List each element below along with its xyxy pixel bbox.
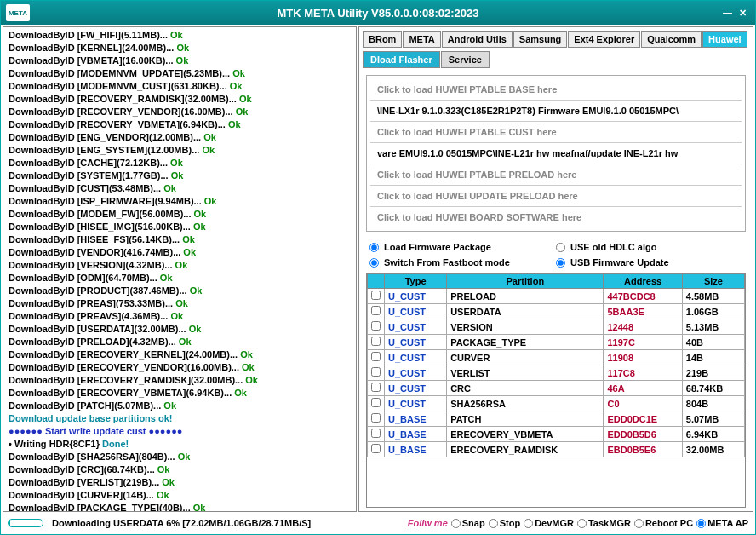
follow-me-link[interactable]: Follw me (408, 518, 448, 528)
row-checkbox[interactable] (371, 398, 381, 407)
log-line: DownloadByID [CUST](53.48MB)... Ok (9, 182, 351, 195)
cell-partition: VERSION (447, 319, 604, 335)
cell-type: U_CUST (385, 319, 447, 335)
table-row[interactable]: U_CUSTVERLIST117C8219B (368, 365, 745, 381)
radio-load-fw[interactable]: Load Firmware Package (369, 242, 556, 252)
log-line: DownloadByID [PRELOAD](4.32MB)... Ok (9, 336, 351, 348)
load-row[interactable]: \INE-LX1r 9.1.0.323(C185E2R1P2T8) Firmwa… (370, 100, 742, 121)
row-checkbox[interactable] (371, 383, 381, 392)
load-row[interactable]: Click to load HUWEI PTABLE PRELOAD here (370, 164, 742, 185)
close-icon[interactable]: ✕ (739, 8, 747, 19)
table-row[interactable]: U_CUSTPACKAGE_TYPE1197C40B (368, 335, 745, 350)
footer-radio-reboot-pc[interactable]: Reboot PC (634, 518, 693, 528)
log-line: DownloadByID [ERECOVERY_VBMETA](6.94KB).… (9, 387, 351, 400)
cell-address: 5BAA3E (604, 304, 682, 319)
cell-address: EDD0DC1E (604, 411, 682, 427)
load-row[interactable]: Click to load HUWEI BOARD SOFTWARE here (370, 206, 742, 227)
footer-radio-devmgr[interactable]: DevMGR (524, 518, 574, 528)
log-panel[interactable]: DownloadByID [FW_HIFI](5.11MB)... OkDown… (3, 26, 357, 512)
radio-usb-fw[interactable]: USB Firmware Update (556, 257, 742, 268)
load-row[interactable]: Click to load HUWEI PTABLE CUST here (370, 121, 742, 142)
tab-ext4-explorer[interactable]: Ext4 Explorer (568, 31, 640, 48)
row-checkbox[interactable] (371, 429, 381, 438)
minimize-icon[interactable]: — (723, 8, 732, 19)
radio-use-hdlc[interactable]: USE old HDLC algo (556, 242, 742, 252)
row-checkbox[interactable] (371, 352, 381, 361)
table-row[interactable]: U_CUSTVERSION124485.13MB (368, 319, 745, 335)
subtab-dload-flasher[interactable]: Dload Flasher (363, 51, 440, 68)
row-checkbox[interactable] (371, 321, 381, 331)
table-row[interactable]: U_BASEERECOVERY_VBMETAEDD0B5D66.94KB (368, 427, 745, 442)
load-row[interactable]: Click to load HUWEI UPDATE PRELOAD here (370, 185, 742, 206)
row-checkbox[interactable] (371, 444, 381, 453)
log-line: DownloadByID [VERLIST](219B)... Ok (9, 476, 351, 489)
footer-radio-stop[interactable]: Stop (489, 518, 520, 528)
tab-huawei[interactable]: Huawei (702, 31, 747, 48)
cell-size: 5.07MB (682, 411, 744, 427)
log-line: ●●●●●● Start write update cust ●●●●●● (9, 425, 351, 438)
tab-qualcomm[interactable]: Qualcomm (641, 31, 702, 48)
tab-samsung[interactable]: Samsung (513, 31, 568, 48)
tab-meta[interactable]: META (403, 31, 440, 48)
partition-table-wrap[interactable]: TypePartitionAddressSize U_CUSTPRELOAD44… (366, 273, 746, 508)
cell-type: U_CUST (385, 289, 447, 304)
radio-switch-fb[interactable]: Switch From Fastboot mode (369, 257, 556, 268)
cell-address: 46A (604, 381, 682, 396)
row-checkbox[interactable] (371, 413, 381, 423)
log-line: DownloadByID [MODEM_FW](56.00MB)... Ok (9, 208, 351, 221)
log-line: DownloadByID [PACKAGE_TYPE](40B)... Ok (9, 502, 351, 512)
app-logo-icon: META (6, 4, 30, 21)
tab-android-utils[interactable]: Android Utils (442, 31, 513, 48)
cell-size: 14B (682, 350, 744, 365)
table-row[interactable]: U_CUSTCURVER1190814B (368, 350, 745, 365)
footer-radio-meta-ap[interactable]: META AP (696, 518, 748, 528)
log-line: DownloadByID [ERECOVERY_VENDOR](16.00MB)… (9, 361, 351, 374)
tab-brom[interactable]: BRom (363, 31, 402, 48)
log-line: DownloadByID [SYSTEM](1.77GB)... Ok (9, 170, 351, 182)
table-row[interactable]: U_CUSTSHA256RSAC0804B (368, 396, 745, 411)
log-line: DownloadByID [PREAVS](4.36MB)... Ok (9, 310, 351, 323)
table-row[interactable]: U_BASEERECOVERY_RAMDISKEBD0B5E632.00MB (368, 442, 745, 457)
footer-radio-snap[interactable]: Snap (451, 518, 485, 528)
cell-size: 219B (682, 365, 744, 381)
col-Partition[interactable]: Partition (447, 274, 604, 289)
right-panel: BRomMETAAndroid UtilsSamsungExt4 Explore… (358, 26, 753, 512)
footer-radio-taskmgr[interactable]: TaskMGR (577, 518, 631, 528)
cell-partition: ERECOVERY_VBMETA (447, 427, 604, 442)
log-line: DownloadByID [ERECOVERY_RAMDISK](32.00MB… (9, 374, 351, 387)
cell-address: EDD0B5D6 (604, 427, 682, 442)
row-checkbox[interactable] (371, 337, 381, 346)
progress-bar (8, 519, 43, 527)
load-row[interactable]: Click to load HUWEI PTABLE BASE here (370, 79, 742, 100)
log-line: DownloadByID [CACHE](72.12KB)... Ok (9, 157, 351, 170)
load-panel: Click to load HUWEI PTABLE BASE here\INE… (366, 75, 746, 232)
log-line: DownloadByID [ENG_SYSTEM](12.00MB)... Ok (9, 144, 351, 157)
log-line: DownloadByID [CRC](68.74KB)... Ok (9, 463, 351, 476)
status-text: Downloading USERDATA 6% [72.02MB/1.06GB/… (52, 518, 311, 528)
col-Type[interactable]: Type (385, 274, 447, 289)
log-line: DownloadByID [VERSION](4.32MB)... Ok (9, 259, 351, 272)
cell-type: U_BASE (385, 442, 447, 457)
col-Address[interactable]: Address (604, 274, 682, 289)
main-tabs: BRomMETAAndroid UtilsSamsungExt4 Explore… (359, 27, 753, 48)
cell-partition: ERECOVERY_RAMDISK (447, 442, 604, 457)
row-checkbox[interactable] (371, 306, 381, 315)
row-checkbox[interactable] (371, 291, 381, 300)
load-row[interactable]: vare EMUI9.1.0 05015MPC\INE-L21r hw meaf… (370, 142, 742, 164)
cell-partition: PATCH (447, 411, 604, 427)
log-line: Download update base partitions ok! (9, 412, 351, 425)
table-row[interactable]: U_CUSTCRC46A68.74KB (368, 381, 745, 396)
table-row[interactable]: U_BASEPATCHEDD0DC1E5.07MB (368, 411, 745, 427)
col-Size[interactable]: Size (682, 274, 744, 289)
col-check[interactable] (368, 274, 385, 289)
table-row[interactable]: U_CUSTUSERDATA5BAA3E1.06GB (368, 304, 745, 319)
log-line: DownloadByID [PRODUCT](387.46MB)... Ok (9, 285, 351, 297)
log-line: DownloadByID [HISEE_IMG](516.00KB)... Ok (9, 221, 351, 233)
cell-size: 5.13MB (682, 319, 744, 335)
cell-type: U_CUST (385, 350, 447, 365)
cell-address: 1197C (604, 335, 682, 350)
table-row[interactable]: U_CUSTPRELOAD447BCDC84.58MB (368, 289, 745, 304)
cell-partition: CRC (447, 381, 604, 396)
row-checkbox[interactable] (371, 367, 381, 377)
subtab-service[interactable]: Service (441, 51, 490, 68)
